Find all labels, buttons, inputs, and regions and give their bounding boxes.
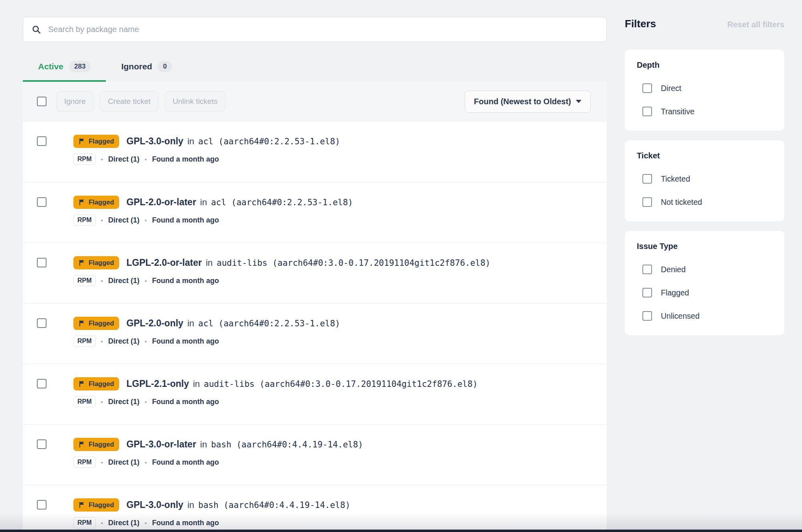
- sort-dropdown[interactable]: Found (Newest to Oldest): [465, 91, 591, 113]
- filter-group-title: Issue Type: [637, 242, 772, 251]
- flag-icon: [79, 259, 85, 266]
- license-name: LGPL-2.0-or-later: [126, 257, 202, 268]
- row-checkbox[interactable]: [37, 197, 47, 207]
- flag-icon: [79, 502, 85, 508]
- select-all-checkbox[interactable]: [37, 97, 47, 106]
- tab-active-count-badge: 283: [69, 61, 91, 72]
- reset-all-filters-link[interactable]: Reset all filters: [727, 20, 784, 29]
- filter-option-unlicensed[interactable]: Unlicensed: [642, 311, 772, 321]
- checkbox[interactable]: [642, 174, 652, 184]
- issue-row[interactable]: Flagged GPL-3.0-or-later in bash (aarch6…: [23, 424, 607, 485]
- issue-title: Flagged LGPL-2.0-or-later in audit-libs …: [73, 256, 607, 269]
- meta-separator: •: [101, 459, 103, 466]
- issue-row[interactable]: Flagged GPL-3.0-only in acl (aarch64#0:2…: [23, 121, 607, 182]
- flagged-badge: Flagged: [73, 256, 119, 269]
- create-ticket-button[interactable]: Create ticket: [100, 91, 159, 112]
- row-checkbox[interactable]: [37, 379, 47, 388]
- dependency-depth: Direct (1): [108, 337, 140, 346]
- row-checkbox[interactable]: [37, 500, 47, 510]
- license-name: LGPL-2.1-only: [126, 378, 189, 389]
- tab-ignored[interactable]: Ignored 0: [106, 53, 187, 82]
- meta-separator: •: [101, 398, 103, 405]
- license-name: GPL-3.0-only: [126, 136, 183, 147]
- checkbox[interactable]: [642, 107, 652, 116]
- row-checkbox[interactable]: [37, 258, 47, 267]
- filters-title: Filters: [625, 18, 656, 30]
- meta-separator: •: [145, 398, 147, 405]
- issue-meta: RPM • Direct (1) • Found a month ago: [73, 517, 607, 528]
- connector-word: in: [187, 500, 194, 510]
- checkbox[interactable]: [642, 83, 652, 93]
- issue-title: Flagged GPL-3.0-or-later in bash (aarch6…: [73, 438, 607, 451]
- license-name: GPL-2.0-or-later: [126, 197, 196, 208]
- flag-icon: [79, 320, 85, 327]
- dependency-depth: Direct (1): [108, 216, 140, 225]
- package-name: acl (aarch64#0:2.2.53-1.el8): [198, 137, 340, 146]
- filter-option-denied[interactable]: Denied: [642, 265, 772, 274]
- flag-icon: [79, 199, 85, 206]
- package-type-badge: RPM: [73, 275, 96, 286]
- issue-title: Flagged GPL-3.0-only in bash (aarch64#0:…: [73, 498, 607, 512]
- issue-row[interactable]: Flagged GPL-2.0-or-later in acl (aarch64…: [23, 182, 607, 243]
- checkbox[interactable]: [642, 197, 652, 207]
- meta-separator: •: [101, 338, 103, 345]
- tab-active-label: Active: [38, 62, 63, 71]
- filter-option-flagged[interactable]: Flagged: [642, 288, 772, 297]
- filter-group-depth: Depth Direct Transitive: [625, 50, 784, 131]
- filters-header: Filters Reset all filters: [625, 18, 784, 32]
- meta-separator: •: [145, 459, 147, 466]
- ignore-button[interactable]: Ignore: [56, 91, 94, 112]
- issue-row[interactable]: Flagged GPL-3.0-only in bash (aarch64#0:…: [23, 485, 607, 532]
- row-checkbox[interactable]: [37, 439, 47, 449]
- issue-title: Flagged GPL-2.0-only in acl (aarch64#0:2…: [73, 317, 607, 330]
- flag-icon: [79, 138, 85, 145]
- flagged-badge: Flagged: [73, 317, 119, 330]
- toolbar: Ignore Create ticket Unlink tickets Foun…: [23, 82, 607, 121]
- tab-active[interactable]: Active 283: [23, 53, 106, 82]
- connector-word: in: [206, 258, 213, 268]
- filter-group-title: Depth: [637, 61, 772, 70]
- checkbox[interactable]: [642, 265, 652, 274]
- flagged-badge: Flagged: [73, 438, 119, 451]
- issue-meta: RPM • Direct (1) • Found a month ago: [73, 336, 607, 347]
- filter-group-issue-type: Issue Type Denied Flagged Unlicensed: [625, 231, 784, 335]
- tabs: Active 283 Ignored 0: [23, 53, 607, 82]
- search-input[interactable]: [23, 17, 607, 42]
- package-name: acl (aarch64#0:2.2.53-1.el8): [198, 319, 340, 328]
- search-icon: [32, 25, 41, 34]
- dependency-depth: Direct (1): [108, 277, 140, 285]
- issue-row[interactable]: Flagged LGPL-2.1-only in audit-libs (aar…: [23, 364, 607, 424]
- package-name: audit-libs (aarch64#0:3.0-0.17.20191104g…: [217, 258, 490, 268]
- found-time: Found a month ago: [152, 398, 219, 406]
- package-name: bash (aarch64#0:4.4.19-14.el8): [198, 500, 350, 510]
- issue-meta: RPM • Direct (1) • Found a month ago: [73, 154, 607, 165]
- unlink-tickets-button[interactable]: Unlink tickets: [165, 91, 226, 112]
- connector-word: in: [187, 136, 194, 147]
- flagged-badge: Flagged: [73, 196, 119, 209]
- license-name: GPL-3.0-or-later: [126, 439, 196, 450]
- meta-separator: •: [145, 217, 147, 224]
- window-bottom-edge: [0, 530, 802, 532]
- issue-row[interactable]: Flagged GPL-2.0-only in acl (aarch64#0:2…: [23, 303, 607, 364]
- issue-meta: RPM • Direct (1) • Found a month ago: [73, 396, 607, 407]
- issue-meta: RPM • Direct (1) • Found a month ago: [73, 214, 607, 226]
- package-type-badge: RPM: [73, 396, 96, 407]
- package-type-badge: RPM: [73, 336, 96, 347]
- meta-separator: •: [145, 156, 147, 163]
- row-checkbox[interactable]: [37, 136, 47, 146]
- found-time: Found a month ago: [152, 337, 219, 346]
- checkbox[interactable]: [642, 311, 652, 321]
- package-name: acl (aarch64#0:2.2.53-1.el8): [211, 198, 353, 207]
- dependency-depth: Direct (1): [108, 398, 140, 406]
- row-checkbox[interactable]: [37, 318, 47, 328]
- filter-option-direct[interactable]: Direct: [642, 83, 772, 93]
- issue-meta: RPM • Direct (1) • Found a month ago: [73, 275, 607, 286]
- license-name: GPL-3.0-only: [126, 500, 183, 510]
- meta-separator: •: [101, 156, 103, 163]
- filter-option-not-ticketed[interactable]: Not ticketed: [642, 197, 772, 207]
- issue-row[interactable]: Flagged LGPL-2.0-or-later in audit-libs …: [23, 243, 607, 303]
- checkbox[interactable]: [642, 288, 652, 297]
- filter-option-ticketed[interactable]: Ticketed: [642, 174, 772, 184]
- issue-title: Flagged LGPL-2.1-only in audit-libs (aar…: [73, 377, 607, 390]
- filter-option-transitive[interactable]: Transitive: [642, 107, 772, 116]
